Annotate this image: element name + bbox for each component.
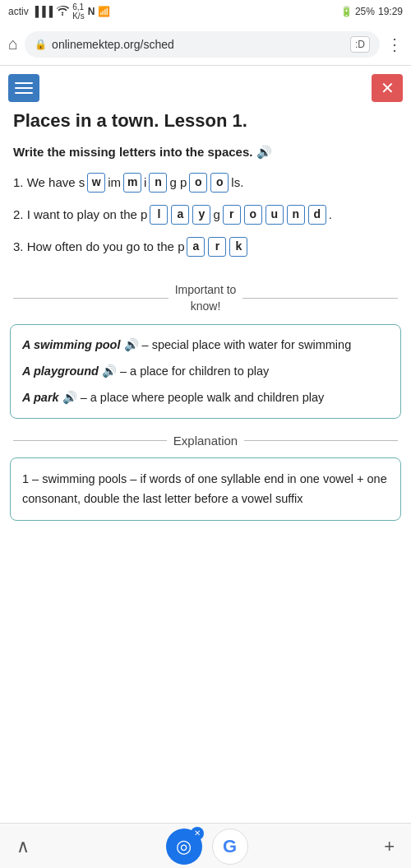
important-text: Important toknow! [175, 282, 237, 314]
hamburger-line-1 [15, 82, 33, 84]
line1-prefix: 1. We have s [13, 171, 85, 193]
vocab-term-swimming-pool: A swimming pool [22, 338, 121, 351]
letter-box-n[interactable]: n [149, 173, 167, 193]
important-divider: Important toknow! [0, 267, 411, 324]
letter-box-u[interactable]: u [266, 205, 284, 225]
home-icon[interactable]: ⌂ [8, 35, 18, 53]
line1-suffix: ls. [231, 171, 243, 193]
exercise-instruction: Write the missing letters into the space… [13, 145, 398, 160]
status-right: 🔋 25% 19:29 [340, 6, 403, 17]
url-text: onlinemektep.org/sched [52, 38, 345, 51]
speed-text: 6,1K/s [72, 2, 84, 21]
letter-box-d[interactable]: d [308, 205, 326, 225]
wifi-icon [56, 6, 69, 18]
battery-icon: 🔋 25% [340, 6, 375, 17]
carrier-text: activ [8, 6, 29, 17]
line2-prefix: 2. I want to play on the p [13, 203, 147, 225]
plus-icon[interactable]: + [384, 836, 395, 857]
divider-right [242, 298, 398, 299]
exercise-line-1: 1. We have s w im m i n g p o o ls. [13, 171, 398, 193]
letter-box-a[interactable]: a [171, 205, 189, 225]
back-arrow-icon[interactable]: ∧ [16, 836, 30, 857]
letter-box-r[interactable]: r [223, 205, 241, 225]
more-options-icon[interactable]: ⋮ [386, 35, 403, 54]
letter-box-y[interactable]: y [192, 205, 210, 225]
line2-g: g [213, 203, 219, 225]
speaker-icon[interactable]: 🔊 [256, 145, 272, 159]
letter-box-o3[interactable]: o [244, 205, 262, 225]
google-button[interactable]: G [212, 829, 248, 865]
letter-box-a2[interactable]: a [187, 237, 205, 257]
vocab-term-park: A park [22, 391, 59, 404]
instruction-text: Write the missing letters into the space… [13, 145, 252, 159]
line1-gp: g p [169, 171, 187, 193]
hamburger-line-2 [15, 87, 33, 89]
data-icon: 📶 [98, 6, 110, 17]
line1-im: im [108, 171, 121, 193]
browser-bar: ⌂ 🔒 onlinemektep.org/sched :D ⋮ [0, 23, 411, 66]
vocab-def-swimming-pool: – special place with water for swimming [142, 338, 352, 351]
vocab-box: A swimming pool 🔊 – special place with w… [10, 324, 401, 419]
exercise-line-3: 3. How often do you go to the p a r k [13, 235, 398, 258]
line2-suffix: . [329, 203, 332, 225]
vocab-speaker-1[interactable]: 🔊 [124, 338, 139, 351]
browser-icon: ◎ [176, 836, 192, 857]
time-text: 19:29 [378, 6, 403, 17]
explanation-content: 1 – swimming pools – if words of one syl… [22, 472, 387, 504]
top-toolbar: ✕ [0, 66, 411, 102]
bottom-nav: ∧ ◎ ✕ G + [0, 823, 411, 868]
explanation-divider: Explanation [0, 419, 411, 457]
url-box[interactable]: 🔒 onlinemektep.org/sched :D [25, 31, 380, 58]
exercise-section: Write the missing letters into the space… [0, 132, 411, 258]
line3-prefix: 3. How often do you go to the p [13, 235, 184, 258]
vocab-entry-playground: A playground 🔊 – a place for children to… [22, 363, 389, 381]
vocab-speaker-2[interactable]: 🔊 [102, 364, 117, 378]
divider-left [13, 298, 169, 299]
letter-box-l[interactable]: l [150, 205, 168, 225]
letter-box-m[interactable]: m [123, 173, 141, 193]
vocab-def-playground: – a place for children to play [120, 364, 269, 378]
vocab-def-park: – a place where people walk and children… [81, 391, 325, 404]
vocab-entry-swimming-pool: A swimming pool 🔊 – special place with w… [22, 337, 389, 355]
browser-button[interactable]: ◎ ✕ [166, 829, 202, 865]
exercise-line-2: 2. I want to play on the p l a y g r o u… [13, 203, 398, 225]
vocab-entry-park: A park 🔊 – a place where people walk and… [22, 389, 389, 407]
letter-box-o1[interactable]: o [189, 173, 207, 193]
line1-i: i [144, 171, 146, 193]
status-bar: activ ▐▐▐ 6,1K/s N 📶 🔋 25% 19:29 [0, 0, 411, 23]
letter-box-n2[interactable]: n [287, 205, 305, 225]
vocab-speaker-3[interactable]: 🔊 [62, 391, 77, 404]
letter-box-o2[interactable]: o [210, 173, 229, 193]
explanation-label: Explanation [173, 434, 238, 448]
hamburger-button[interactable] [8, 74, 39, 102]
bottom-center-buttons: ◎ ✕ G [166, 829, 248, 865]
signal-icon: ▐▐▐ [32, 6, 53, 17]
reader-mode-icon[interactable]: :D [350, 36, 370, 53]
explanation-divider-right [244, 440, 398, 441]
sim-icon: N [88, 6, 95, 17]
letter-box-k[interactable]: k [229, 237, 247, 257]
google-icon: G [223, 836, 237, 857]
notification-badge: ✕ [191, 827, 204, 840]
explanation-box: 1 – swimming pools – if words of one syl… [10, 457, 401, 520]
status-left: activ ▐▐▐ 6,1K/s N 📶 [8, 2, 110, 21]
lock-icon: 🔒 [35, 39, 47, 50]
vocab-term-playground: A playground [22, 364, 99, 378]
letter-box-r2[interactable]: r [208, 237, 226, 257]
close-button[interactable]: ✕ [372, 74, 403, 102]
letter-box-w[interactable]: w [87, 173, 105, 193]
explanation-divider-left [13, 440, 167, 441]
hamburger-line-3 [15, 92, 33, 94]
lesson-title: Places in a town. Lesson 1. [0, 102, 411, 132]
page-content: ✕ Places in a town. Lesson 1. Write the … [0, 66, 411, 823]
